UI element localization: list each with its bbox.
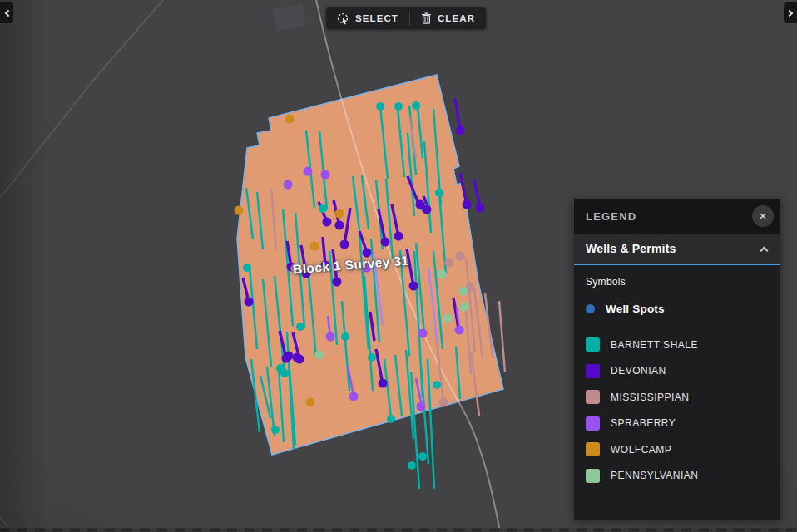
formation-row: PENNSYLVANIAN [586, 463, 769, 490]
well-spot[interactable] [326, 332, 335, 342]
well-spot[interactable] [408, 461, 416, 470]
map-toolbar: SELECT CLEAR [326, 7, 486, 29]
well-spot[interactable] [335, 209, 344, 219]
well-spot[interactable] [376, 102, 384, 111]
formation-label: SPRABERRY [611, 417, 676, 429]
formation-label: MISSISSIPPIAN [611, 392, 690, 403]
well-spot[interactable] [321, 170, 330, 180]
well-lateral[interactable] [455, 98, 460, 131]
formation-list: BARNETT SHALEDEVONIANMISSISSIPPIANSPRABE… [586, 332, 769, 489]
legend-close-button[interactable]: × [752, 205, 774, 227]
well-spot[interactable] [456, 126, 465, 135]
symbols-label: Symbols [586, 276, 769, 288]
well-spot[interactable] [460, 303, 469, 312]
well-spot[interactable] [315, 351, 324, 360]
legend-section-wells-permits[interactable]: Wells & Permits [574, 234, 780, 265]
well-spot[interactable] [285, 115, 295, 124]
well-spot[interactable] [418, 329, 428, 338]
well-spot[interactable] [412, 101, 420, 110]
formation-label: DEVONIAN [611, 365, 666, 377]
well-spot[interactable] [445, 259, 454, 268]
formation-row: SPRABERRY [586, 411, 769, 437]
legend-title: LEGEND [586, 210, 636, 223]
well-spot[interactable] [438, 270, 447, 279]
well-spot[interactable] [463, 200, 472, 209]
legend-panel: LEGEND × Wells & Permits Symbols Well Sp… [574, 199, 780, 520]
well-spot[interactable] [476, 204, 485, 213]
well-spot[interactable] [341, 332, 349, 341]
trash-icon [421, 12, 432, 24]
well-spot[interactable] [381, 238, 390, 247]
well-spot[interactable] [319, 204, 327, 213]
well-spot[interactable] [276, 364, 285, 372]
legend-body: Symbols Well Spots BARNETT SHALEDEVONIAN… [574, 265, 780, 518]
well-spot[interactable] [435, 189, 443, 197]
formation-label: PENNSYLVANIAN [611, 470, 698, 481]
select-icon [337, 12, 349, 25]
chevron-left-icon [4, 9, 11, 16]
map-bottom-band [0, 528, 797, 532]
formation-swatch [586, 469, 600, 483]
well-spot[interactable] [335, 221, 344, 230]
well-spot[interactable] [409, 282, 418, 291]
well-spot[interactable] [368, 353, 376, 362]
well-spot[interactable] [394, 102, 403, 111]
well-spot[interactable] [284, 180, 293, 190]
formation-row: BARNETT SHALE [586, 332, 769, 358]
formation-row: DEVONIAN [586, 358, 769, 385]
legend-header: LEGEND × [574, 199, 780, 234]
formation-swatch [586, 390, 600, 404]
map-view[interactable]: Block 1 Survey 31 SELECT CLEAR [0, 0, 797, 532]
formation-swatch [586, 364, 600, 378]
chevron-up-icon [760, 246, 769, 254]
select-button-label: SELECT [355, 13, 398, 23]
clear-button[interactable]: CLEAR [410, 7, 486, 29]
well-spots-item: Well Spots [586, 303, 769, 315]
well-spot[interactable] [387, 415, 395, 423]
well-spot[interactable] [340, 240, 349, 249]
well-spot[interactable] [433, 381, 441, 389]
well-spot[interactable] [293, 353, 302, 362]
well-spot[interactable] [443, 314, 453, 323]
formation-swatch [586, 416, 600, 431]
formation-row: WOLFCAMP [586, 436, 769, 463]
well-spot[interactable] [271, 426, 280, 434]
well-spot[interactable] [296, 323, 304, 331]
well-spot[interactable] [456, 252, 465, 261]
legend-section-label: Wells & Permits [586, 242, 676, 255]
building-footprint [273, 4, 306, 31]
formation-swatch [586, 337, 600, 352]
collapse-left-panel-button[interactable] [0, 2, 13, 23]
well-spot[interactable] [245, 298, 254, 307]
well-spot[interactable] [235, 206, 244, 215]
well-spot[interactable] [416, 200, 425, 209]
formation-label: WOLFCAMP [611, 444, 671, 456]
well-spot[interactable] [243, 264, 251, 272]
well-spot[interactable] [459, 287, 468, 296]
well-spot[interactable] [323, 218, 332, 227]
select-button[interactable]: SELECT [326, 7, 409, 29]
clear-button-label: CLEAR [438, 13, 475, 23]
well-spots-label: Well Spots [606, 303, 665, 315]
formation-label: BARNETT SHALE [611, 339, 698, 351]
well-spot[interactable] [379, 379, 388, 388]
chevron-right-icon [785, 9, 792, 16]
well-spot[interactable] [439, 398, 448, 407]
well-spot[interactable] [310, 242, 319, 251]
well-spot[interactable] [417, 402, 426, 411]
well-lateral[interactable] [499, 301, 505, 372]
expand-right-panel-button[interactable] [784, 2, 797, 23]
well-spot[interactable] [333, 278, 342, 287]
well-spot[interactable] [394, 232, 403, 241]
well-spot-symbol [586, 304, 595, 313]
well-spot[interactable] [418, 452, 427, 461]
well-spot[interactable] [349, 392, 359, 401]
road-line [0, 0, 163, 198]
formation-swatch [586, 442, 600, 456]
formation-row: MISSISSIPPIAN [586, 384, 769, 411]
well-spot[interactable] [455, 326, 464, 335]
well-spot[interactable] [304, 167, 313, 176]
well-spot[interactable] [306, 398, 315, 407]
well-spot[interactable] [285, 352, 294, 361]
